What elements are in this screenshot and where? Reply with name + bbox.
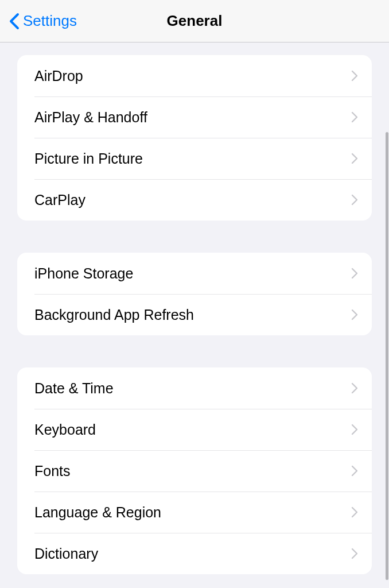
chevron-right-icon [351, 465, 358, 477]
row-fonts[interactable]: Fonts [17, 450, 372, 492]
chevron-left-icon [9, 13, 20, 30]
row-label: Language & Region [34, 504, 161, 521]
row-label: AirDrop [34, 68, 83, 84]
back-label: Settings [23, 12, 77, 30]
row-keyboard[interactable]: Keyboard [17, 409, 372, 450]
row-label: Dictionary [34, 546, 98, 562]
row-dictionary[interactable]: Dictionary [17, 533, 372, 574]
settings-group-2: iPhone Storage Background App Refresh [17, 253, 372, 335]
page-title: General [167, 12, 223, 30]
chevron-right-icon [351, 153, 358, 164]
chevron-right-icon [351, 194, 358, 206]
row-label: Fonts [34, 463, 71, 479]
chevron-right-icon [351, 548, 358, 559]
row-iphone-storage[interactable]: iPhone Storage [17, 253, 372, 294]
scrollbar[interactable] [386, 132, 388, 580]
row-picture-in-picture[interactable]: Picture in Picture [17, 138, 372, 179]
chevron-right-icon [351, 111, 358, 123]
back-button[interactable]: Settings [9, 12, 77, 30]
row-label: Picture in Picture [34, 150, 143, 167]
content: AirDrop AirPlay & Handoff Picture in Pic… [0, 55, 389, 574]
chevron-right-icon [351, 309, 358, 320]
row-label: Date & Time [34, 380, 114, 397]
row-airplay-handoff[interactable]: AirPlay & Handoff [17, 96, 372, 138]
chevron-right-icon [351, 506, 358, 518]
row-label: AirPlay & Handoff [34, 109, 147, 126]
header: Settings General [0, 0, 389, 42]
row-label: Background App Refresh [34, 307, 194, 323]
row-airdrop[interactable]: AirDrop [17, 55, 372, 96]
chevron-right-icon [351, 382, 358, 394]
row-date-time[interactable]: Date & Time [17, 368, 372, 409]
chevron-right-icon [351, 424, 358, 435]
row-label: CarPlay [34, 192, 85, 208]
chevron-right-icon [351, 268, 358, 279]
settings-group-3: Date & Time Keyboard Fonts Language & Re… [17, 368, 372, 574]
settings-group-1: AirDrop AirPlay & Handoff Picture in Pic… [17, 55, 372, 220]
chevron-right-icon [351, 70, 358, 82]
row-label: Keyboard [34, 421, 96, 438]
row-language-region[interactable]: Language & Region [17, 492, 372, 533]
row-carplay[interactable]: CarPlay [17, 179, 372, 220]
row-label: iPhone Storage [34, 265, 133, 282]
row-background-app-refresh[interactable]: Background App Refresh [17, 294, 372, 335]
